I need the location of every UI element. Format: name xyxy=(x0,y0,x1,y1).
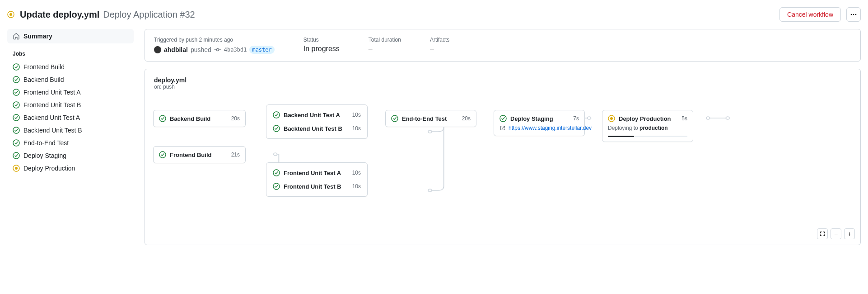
success-icon xyxy=(13,89,20,96)
node-group-backend-tests: Backend Unit Test A 10s Backtend Unit Te… xyxy=(266,104,368,139)
sidebar-job-label: Frontend Unit Test A xyxy=(23,89,81,96)
kebab-icon xyxy=(850,11,857,18)
actor-avatar[interactable] xyxy=(154,46,161,53)
success-icon xyxy=(13,114,20,121)
duration-value: – xyxy=(369,45,401,53)
node-backend-build[interactable]: Backend Build 20s xyxy=(153,110,246,127)
home-icon xyxy=(13,33,20,40)
node-frontend-test-b[interactable]: Frontend Unit Test B 10s xyxy=(273,183,361,190)
deploy-message: Deploying to production xyxy=(608,125,687,131)
artifacts-value: – xyxy=(430,45,449,53)
actor-verb: pushed xyxy=(191,46,211,53)
sidebar-job-label: Backend Build xyxy=(23,76,64,83)
summary-label: Summary xyxy=(23,33,52,40)
sidebar-job-item[interactable]: Backtend Unit Test B xyxy=(7,124,134,137)
running-icon xyxy=(13,165,20,172)
node-e2e-test[interactable]: End-to-End Test 20s xyxy=(385,110,476,127)
graph-card: deploy.yml on: push xyxy=(145,69,861,245)
success-icon xyxy=(273,169,280,176)
graph-canvas[interactable]: Backend Build 20s Frontend Build 21s xyxy=(145,90,860,230)
success-icon xyxy=(13,127,20,134)
success-icon xyxy=(159,151,166,158)
actor-name[interactable]: ahdbilal xyxy=(164,46,188,53)
running-icon xyxy=(608,115,615,122)
node-deploy-staging[interactable]: Deploy Staging 7s https://www.staging.in… xyxy=(494,110,585,136)
node-backend-test-b[interactable]: Backtend Unit Test B 10s xyxy=(273,125,361,132)
sidebar-job-label: Deploy Staging xyxy=(23,152,66,159)
success-icon xyxy=(13,101,20,109)
zoom-in-button[interactable]: + xyxy=(844,228,855,239)
sidebar-job-item[interactable]: End-to-End Test xyxy=(7,137,134,149)
branch-tag[interactable]: master xyxy=(249,46,274,54)
sidebar-job-item[interactable]: Deploy Staging xyxy=(7,149,134,162)
success-icon xyxy=(13,139,20,147)
status-label: Status xyxy=(303,37,340,43)
node-deploy-production[interactable]: Deploy Production 5s Deploying to produc… xyxy=(602,110,693,142)
staging-url[interactable]: https://www.staging.interstellar.dev xyxy=(509,125,592,131)
sidebar-job-label: Frontend Build xyxy=(23,63,65,71)
page-title-group: Update deploy.yml Deploy Application #32 xyxy=(20,9,195,20)
sidebar-job-item[interactable]: Backend Build xyxy=(7,73,134,86)
success-icon xyxy=(13,63,20,71)
sidebar-job-item[interactable]: Frontend Unit Test A xyxy=(7,86,134,99)
svg-point-18 xyxy=(588,117,591,119)
success-icon xyxy=(273,111,280,119)
deploy-progress xyxy=(608,136,687,137)
commit-icon xyxy=(214,46,221,53)
svg-point-19 xyxy=(706,117,710,119)
success-icon xyxy=(13,76,20,83)
sidebar-job-label: Frontend Unit Test B xyxy=(23,101,81,109)
kebab-menu-button[interactable] xyxy=(846,7,861,22)
external-link-icon xyxy=(499,125,506,131)
workflow-file: deploy.yml xyxy=(154,76,851,84)
success-icon xyxy=(13,152,20,159)
node-backend-test-a[interactable]: Backend Unit Test A 10s xyxy=(273,111,361,119)
success-icon xyxy=(391,115,398,122)
status-value: In progress xyxy=(303,45,340,53)
workflow-trigger: on: push xyxy=(154,84,851,90)
svg-point-11 xyxy=(274,153,277,156)
sidebar-job-label: End-to-End Test xyxy=(23,139,69,147)
fullscreen-button[interactable] xyxy=(817,228,828,239)
cancel-workflow-button[interactable]: Cancel workflow xyxy=(779,7,841,22)
summary-link[interactable]: Summary xyxy=(7,29,134,43)
sidebar-job-label: Deploy Production xyxy=(23,165,75,172)
commit-sha[interactable]: 4ba3bd1 xyxy=(224,47,247,53)
jobs-section-label: Jobs xyxy=(7,43,134,61)
sidebar-job-item[interactable]: Frontend Build xyxy=(7,61,134,73)
run-status-icon xyxy=(7,11,14,18)
node-frontend-test-a[interactable]: Frontend Unit Test A 10s xyxy=(273,169,361,176)
success-icon xyxy=(273,183,280,190)
sidebar-job-item[interactable]: Backend Unit Test A xyxy=(7,111,134,124)
svg-point-21 xyxy=(726,117,729,119)
node-frontend-build[interactable]: Frontend Build 21s xyxy=(153,146,246,163)
sidebar-job-item[interactable]: Frontend Unit Test B xyxy=(7,99,134,111)
workflow-title: Deploy Application #32 xyxy=(103,9,195,19)
success-icon xyxy=(499,115,507,122)
sidebar-job-label: Backtend Unit Test B xyxy=(23,127,82,134)
summary-card: Triggered by push 2 minutes ago ahdbilal… xyxy=(145,29,861,62)
svg-point-14 xyxy=(428,189,432,192)
sidebar-job-label: Backend Unit Test A xyxy=(23,114,80,121)
fullscreen-icon xyxy=(819,231,826,237)
artifacts-label: Artifacts xyxy=(430,37,449,43)
svg-point-13 xyxy=(428,130,432,133)
sidebar-job-item[interactable]: Deploy Production xyxy=(7,162,134,175)
run-title: Update deploy.yml xyxy=(20,9,99,19)
duration-label: Total duration xyxy=(369,37,401,43)
success-icon xyxy=(159,115,166,122)
success-icon xyxy=(273,125,280,132)
node-group-frontend-tests: Frontend Unit Test A 10s Frontend Unit T… xyxy=(266,162,368,197)
trigger-label: Triggered by push 2 minutes ago xyxy=(154,37,275,43)
zoom-out-button[interactable]: − xyxy=(831,228,841,239)
